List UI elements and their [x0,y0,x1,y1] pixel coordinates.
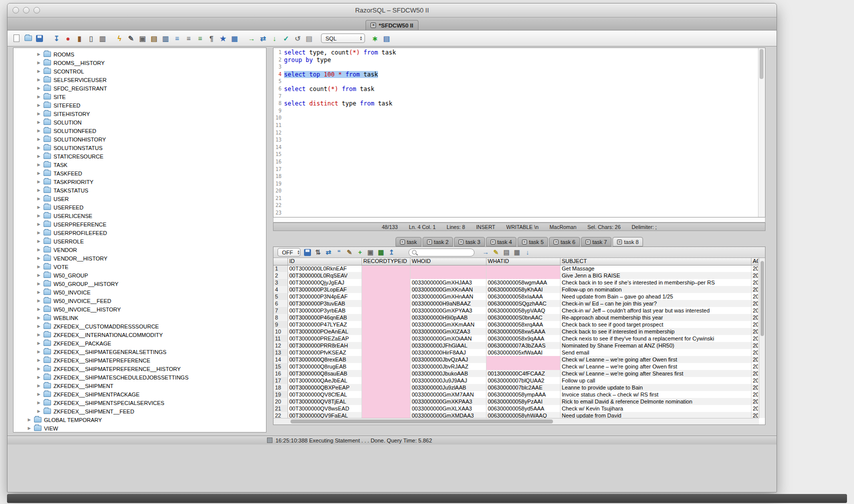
cell[interactable]: 00T3000000P46qnEAB [288,314,362,321]
cell[interactable]: 0033000000GmXKmAAN [410,321,486,328]
cell[interactable] [362,272,410,279]
disclosure-triangle-icon[interactable]: ▶ [27,418,32,422]
cell[interactable]: Re-approach about membership this year [560,314,751,321]
disclosure-triangle-icon[interactable]: ▶ [36,341,41,346]
disclosure-triangle-icon[interactable]: ▶ [36,52,41,56]
cell[interactable]: 0033000000GmXHnAAN [410,293,486,300]
table-row[interactable]: 600T3000000P3tuvEAB0033000000H9aNBAAZ006… [274,300,758,307]
disclosure-triangle-icon[interactable]: ▶ [36,332,41,337]
cell[interactable] [362,349,410,356]
tree-item-rooms-history[interactable]: ▶ROOMS__HISTORY [14,58,266,67]
disclosure-triangle-icon[interactable]: ▶ [36,94,41,99]
cell[interactable] [362,391,410,398]
disclosure-triangle-icon[interactable]: ▶ [36,137,41,142]
disclosure-triangle-icon[interactable]: ▶ [36,324,41,328]
cell[interactable]: Check back to see if interested in membe… [560,328,751,335]
disclosure-triangle-icon[interactable]: ▶ [36,154,41,158]
disclosure-triangle-icon[interactable]: ▶ [36,273,41,278]
cell[interactable]: Check back in to see if she's interested… [560,279,751,286]
disclosure-triangle-icon[interactable]: ▶ [36,214,41,218]
cell[interactable] [362,293,410,300]
tree-item-zkfedex-shipmategeneralsettings[interactable]: ▶ZKFEDEX__SHIPMATEGENERALSETTINGS [14,348,266,356]
cell[interactable]: Nominated by Shane Freeman at ANZ (HR50) [560,342,751,349]
column-header-subject[interactable]: SUBJECT [560,258,751,265]
table-row[interactable]: 800T3000000P46qnEAB0033000000H9i0pAAB006… [274,314,758,321]
disclosure-triangle-icon[interactable]: ▶ [36,86,41,90]
tree-item-sitefeed[interactable]: ▶SITEFEED [14,101,266,110]
minimize-button[interactable] [23,7,30,14]
table-row[interactable]: 1600T3000000Q8sauEAB0033000000JbukoAAB00… [274,370,758,377]
cell[interactable]: Give Jenn a BIG RAISE [560,272,751,279]
cell[interactable]: 200 [751,335,758,342]
cell[interactable]: 00T3000000Q8rexEAB [288,356,362,363]
cell[interactable]: Check w/ Kevin Tsujihara [560,405,751,412]
cell[interactable]: 0063000000SQgzhAAC [486,300,560,307]
table-row[interactable]: 100T3000000L0RknEAFGet Massage200 [274,265,758,272]
cell[interactable]: 200 [751,279,758,286]
cell[interactable]: Check w/ Leanne – we're going after Owen… [560,363,751,370]
cell[interactable]: 200 [751,384,758,391]
tree-item-staticresource[interactable]: ▶STATICRESOURCE [14,152,266,160]
tree-item-zkfedex-package[interactable]: ▶ZKFEDEX__PACKAGE [14,339,266,348]
drop-table-icon[interactable]: ▮ [74,34,84,44]
cell[interactable]: 0033000000GmXOiAAN [410,335,486,342]
column-header-whoid[interactable]: WHOID [410,258,486,265]
disclosure-triangle-icon[interactable]: ▶ [36,230,41,235]
cell[interactable]: 200 [751,300,758,307]
column-header-id[interactable]: ID [288,258,362,265]
disclosure-triangle-icon[interactable]: ▶ [36,171,41,176]
cell[interactable]: 0033000000JbvRJAAZ [410,363,486,370]
cell[interactable]: 200 [751,377,758,384]
cell[interactable]: 00T3000000QV8wsEAD [288,405,362,412]
disclosure-triangle-icon[interactable]: ▶ [36,307,41,312]
tree-item-selfserviceuser[interactable]: ▶SELFSERVICEUSER [14,76,266,84]
tree-item-zkfedex-internationalcommodity[interactable]: ▶ZKFEDEX__INTERNATIONALCOMMODITY [14,330,266,339]
cell[interactable]: 200 [751,391,758,398]
cell[interactable]: 00T3000000PRR8rEAH [288,342,362,349]
disclosure-triangle-icon[interactable]: ▶ [36,256,41,260]
close-result-tab-icon[interactable]: × [522,240,527,244]
cell[interactable]: 0033000000GmXLXAA3 [410,405,486,412]
tree-item-scontrol[interactable]: ▶SCONTROL [14,67,266,76]
cell[interactable] [362,321,410,328]
cell[interactable] [362,300,410,307]
cell[interactable] [362,412,410,418]
cell[interactable] [362,286,410,293]
snippet-icon[interactable]: ▥ [160,34,170,44]
column-header-recordtypeid[interactable]: RECORDTYPEID [362,258,410,265]
column-header-ac[interactable]: AC [751,258,758,265]
cell[interactable] [362,279,410,286]
fetch-all-icon[interactable]: ↓ [270,34,280,44]
cell[interactable] [362,363,410,370]
table-row[interactable]: 700T3000000P3yrbEAB0033000000GmXPYAA3006… [274,307,758,314]
disclosure-triangle-icon[interactable]: ▶ [36,282,41,286]
edit-table-data-icon[interactable]: ▦ [230,34,240,44]
tree-item-userfeed[interactable]: ▶USERFEED [14,203,266,212]
cell[interactable]: 00T3000000POeAnEAL [288,328,362,335]
delete-object-icon[interactable]: ● [63,34,73,44]
cell[interactable]: Rick to email David & reference Delmonte… [560,398,751,405]
disclosure-triangle-icon[interactable]: ▶ [36,239,41,244]
disclosure-triangle-icon[interactable]: ▶ [36,162,41,167]
cell[interactable]: 0013000000C4fFCAAZ [486,370,560,377]
cell[interactable]: 00630000007blQUAA2 [486,377,560,384]
cell[interactable]: Check-in w/ Ed – can he join this year? [560,300,751,307]
cell[interactable]: 200 [751,314,758,321]
disclosure-triangle-icon[interactable]: ▶ [36,400,41,405]
tree-item-solution[interactable]: ▶SOLUTION [14,118,266,126]
copy-icon[interactable]: ▣ [138,34,148,44]
open-file-icon[interactable] [23,34,33,44]
save-results-icon[interactable] [303,248,312,257]
align-left-icon[interactable]: ≡ [184,34,194,44]
cell[interactable]: 00T3000000P3tuvEAB [288,300,362,307]
result-tab-task[interactable]: ×task [396,237,422,246]
table-row[interactable]: 1300T3000000PfvKSEAZ0033000000HirF8AAJ00… [274,349,758,356]
table-row[interactable]: 1200T3000000PRR8rEAH0033000000JFhGlAAL00… [274,342,758,349]
tree-item-sitehistory[interactable]: ▶SITEHISTORY [14,110,266,118]
results-vscroll-thumb[interactable] [760,261,764,336]
cell[interactable]: 0033000000JbukoAAB [410,370,486,377]
cell[interactable]: 0033000000GmXPYAA3 [410,307,486,314]
sql-history-icon[interactable]: ▤ [304,34,314,44]
cell[interactable]: Check nexis to see if they've found a re… [560,335,751,342]
cell[interactable]: 200 [751,265,758,272]
